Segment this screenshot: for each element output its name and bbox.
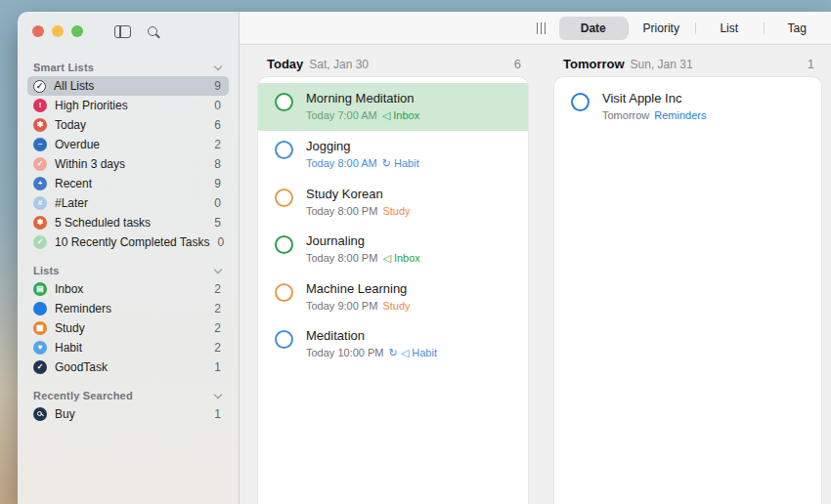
habit-icon: ♥ bbox=[33, 341, 47, 355]
sidebar-item-reminders[interactable]: Reminders 2 bbox=[27, 299, 229, 318]
sidebar-item-study[interactable]: ▦ Study 2 bbox=[27, 318, 229, 338]
task-time: Today 8:00 PM bbox=[306, 205, 377, 217]
columns-view-icon[interactable] bbox=[537, 22, 547, 34]
zoom-button[interactable] bbox=[71, 25, 83, 37]
later-tag-icon: # bbox=[33, 196, 47, 210]
item-count: 2 bbox=[214, 282, 221, 296]
item-count: 2 bbox=[214, 138, 221, 151]
column-date: Sat, Jan 30 bbox=[309, 58, 369, 71]
task-list-badge: ◁ Inbox bbox=[382, 252, 419, 265]
task-complete-circle[interactable] bbox=[275, 93, 293, 111]
sidebar-item-recent[interactable]: + Recent 9 bbox=[27, 174, 229, 193]
task-time: Today 7:00 AM bbox=[306, 109, 377, 122]
sidebar-item-habit[interactable]: ♥ Habit 2 bbox=[27, 338, 229, 357]
task-row-study-korean[interactable]: Study Korean Today 8:00 PM Study bbox=[258, 179, 528, 226]
search-history-icon bbox=[33, 407, 47, 421]
close-button[interactable] bbox=[32, 25, 44, 37]
task-complete-circle[interactable] bbox=[275, 283, 293, 302]
lists-header[interactable]: Lists bbox=[27, 262, 229, 279]
item-label: Habit bbox=[55, 341, 82, 355]
sidebar-item-recently-completed[interactable]: ✓ 10 Recently Completed Tasks 0 bbox=[27, 232, 229, 252]
chevron-down-icon[interactable] bbox=[214, 62, 222, 69]
column-title: Today bbox=[267, 57, 303, 71]
task-complete-circle[interactable] bbox=[275, 330, 293, 349]
task-subtitle: Today 10:00 PM ↻ ◁ Habit bbox=[306, 347, 437, 359]
task-title: Machine Learning bbox=[306, 281, 411, 296]
task-time: Today 9:00 PM bbox=[306, 300, 377, 312]
sidebar-item-inbox[interactable]: ▤ Inbox 2 bbox=[27, 279, 229, 299]
column-date: Sun, Jan 31 bbox=[631, 58, 693, 71]
chevron-down-icon[interactable] bbox=[214, 390, 222, 398]
task-title: Journaling bbox=[306, 233, 420, 248]
task-subtitle: Today 9:00 PM Study bbox=[306, 300, 411, 312]
task-complete-circle[interactable] bbox=[275, 235, 293, 254]
task-list-badge: Study bbox=[382, 205, 410, 217]
sidebar-lists: Smart Lists ✓ All Lists 9 ! High Priorit… bbox=[18, 51, 239, 424]
main-area: Date Priority List Tag Today Sat, Jan 30… bbox=[240, 12, 831, 504]
recently-searched-header[interactable]: Recently Searched bbox=[27, 387, 229, 404]
study-icon: ▦ bbox=[33, 321, 47, 335]
sidebar-item-high-priorities[interactable]: ! High Priorities 0 bbox=[27, 96, 229, 115]
section-recently-searched: Recently Searched Buy 1 bbox=[27, 387, 229, 424]
sidebar-item-today[interactable]: ✱ Today 6 bbox=[27, 115, 229, 135]
task-row-visit-apple-inc[interactable]: Visit Apple Inc Tomorrow Reminders bbox=[554, 83, 821, 130]
item-count: 5 bbox=[214, 216, 221, 230]
smart-lists-title: Smart Lists bbox=[33, 62, 94, 73]
sidebar-item-within-3-days[interactable]: ✓ Within 3 days 8 bbox=[27, 154, 229, 174]
task-complete-circle[interactable] bbox=[571, 93, 590, 111]
smart-lists-header[interactable]: Smart Lists bbox=[27, 59, 229, 76]
item-label: Study bbox=[55, 321, 85, 335]
task-row-journaling[interactable]: Journaling Today 8:00 PM ◁ Inbox bbox=[258, 226, 528, 273]
task-subtitle: Today 8:00 PM ◁ Inbox bbox=[306, 252, 420, 265]
tab-list[interactable]: List bbox=[695, 17, 764, 40]
sidebar-item-scheduled-tasks[interactable]: ✱ 5 Scheduled tasks 5 bbox=[27, 213, 229, 232]
tomorrow-column-header: Tomorrow Sun, Jan 31 1 bbox=[553, 45, 822, 76]
all-lists-icon: ✓ bbox=[33, 80, 46, 93]
item-count: 0 bbox=[218, 235, 225, 249]
item-count: 6 bbox=[214, 118, 221, 132]
task-complete-circle[interactable] bbox=[275, 189, 293, 207]
task-row-morning-meditation[interactable]: Morning Meditation Today 7:00 AM ◁ Inbox bbox=[258, 83, 528, 131]
item-count: 1 bbox=[214, 360, 221, 374]
section-smart-lists: Smart Lists ✓ All Lists 9 ! High Priorit… bbox=[27, 59, 229, 252]
item-label: Reminders bbox=[55, 302, 111, 315]
search-icon[interactable] bbox=[148, 26, 157, 36]
chevron-down-icon[interactable] bbox=[214, 265, 222, 273]
task-subtitle: Today 7:00 AM ◁ Inbox bbox=[306, 109, 419, 122]
task-complete-circle[interactable] bbox=[275, 141, 293, 159]
sidebar-titlebar bbox=[18, 12, 239, 51]
view-mode-segmented-control: Date Priority List Tag bbox=[559, 12, 831, 45]
tab-priority[interactable]: Priority bbox=[628, 17, 696, 40]
task-row-meditation[interactable]: Meditation Today 10:00 PM ↻ ◁ Habit bbox=[258, 320, 528, 368]
item-count: 2 bbox=[214, 302, 221, 315]
task-title: Visit Apple Inc bbox=[602, 91, 706, 105]
task-title: Jogging bbox=[306, 139, 419, 153]
task-row-jogging[interactable]: Jogging Today 8:00 AM ↻ Habit bbox=[258, 131, 528, 179]
task-row-machine-learning[interactable]: Machine Learning Today 9:00 PM Study bbox=[258, 273, 528, 320]
toggle-sidebar-icon[interactable] bbox=[114, 25, 131, 38]
item-label: Overdue bbox=[55, 138, 100, 151]
sidebar-item-goodtask[interactable]: ✓ GoodTask 1 bbox=[27, 357, 229, 377]
recent-icon: + bbox=[33, 177, 47, 190]
sidebar-item-overdue[interactable]: ~ Overdue 2 bbox=[27, 135, 229, 154]
goodtask-icon: ✓ bbox=[33, 360, 47, 374]
tab-date[interactable]: Date bbox=[559, 17, 628, 40]
item-count: 0 bbox=[214, 99, 221, 112]
item-label: Inbox bbox=[55, 282, 83, 296]
task-title: Study Korean bbox=[306, 187, 411, 201]
tab-tag[interactable]: Tag bbox=[764, 17, 831, 40]
minimize-button[interactable] bbox=[52, 25, 64, 37]
scheduled-tasks-icon: ✱ bbox=[33, 216, 47, 230]
reminders-icon bbox=[33, 302, 47, 315]
sidebar-item-buy[interactable]: Buy 1 bbox=[27, 404, 229, 424]
tomorrow-task-card: Visit Apple Inc Tomorrow Reminders bbox=[553, 76, 822, 504]
item-count: 2 bbox=[214, 321, 221, 335]
sidebar-item-all-lists[interactable]: ✓ All Lists 9 bbox=[27, 76, 229, 96]
sidebar-item-later[interactable]: # #Later 0 bbox=[27, 193, 229, 213]
high-priorities-icon: ! bbox=[33, 99, 47, 112]
item-label: Recent bbox=[55, 177, 92, 190]
column-title: Tomorrow bbox=[563, 57, 625, 71]
today-task-card: Morning Meditation Today 7:00 AM ◁ Inbox… bbox=[257, 76, 529, 504]
within-3-days-icon: ✓ bbox=[33, 157, 47, 171]
task-list-badge: ↻ Habit bbox=[382, 157, 419, 170]
